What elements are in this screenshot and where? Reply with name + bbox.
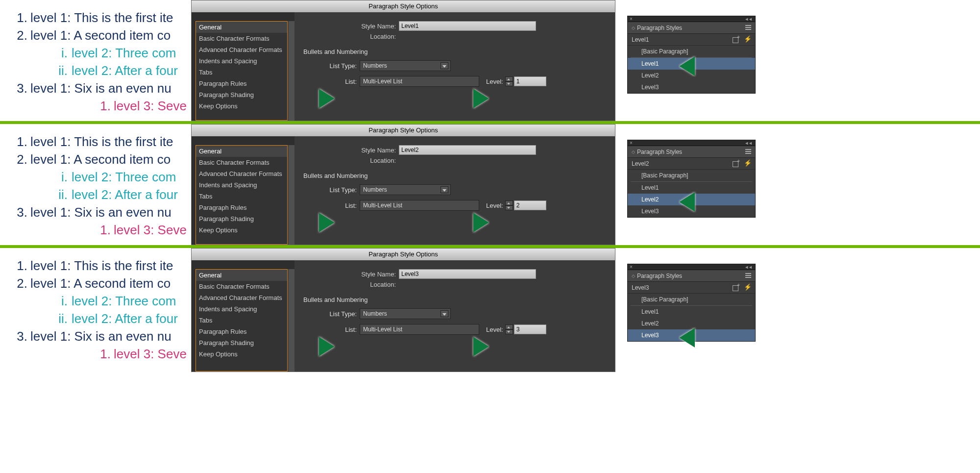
list-number: 1. bbox=[93, 345, 111, 363]
paragraph-style-options-dialog: Paragraph Style OptionsGeneralBasic Char… bbox=[191, 124, 615, 245]
new-style-icon[interactable] bbox=[732, 160, 739, 168]
close-icon[interactable]: × bbox=[630, 140, 633, 146]
category-item[interactable]: Advanced Character Formats bbox=[196, 44, 287, 55]
list-number: 3. bbox=[10, 327, 27, 345]
list-type-dropdown[interactable]: Numbers bbox=[360, 308, 451, 319]
list-type-label: List Type: bbox=[303, 62, 360, 70]
list-number: 3. bbox=[10, 203, 27, 221]
style-name-field[interactable]: Level3 bbox=[399, 269, 536, 279]
style-name-field[interactable]: Level2 bbox=[399, 145, 536, 155]
style-row[interactable]: Level2 bbox=[628, 70, 755, 81]
quick-apply-icon[interactable] bbox=[743, 36, 751, 44]
category-list[interactable]: GeneralBasic Character FormatsAdvanced C… bbox=[196, 269, 288, 372]
close-icon[interactable]: × bbox=[630, 16, 633, 22]
list-text: level 2: After a four bbox=[72, 63, 178, 78]
category-item[interactable]: Tabs bbox=[196, 191, 287, 202]
category-item[interactable]: Basic Character Formats bbox=[196, 157, 287, 168]
category-item[interactable]: General bbox=[196, 146, 287, 157]
list-text: level 3: Seve bbox=[114, 223, 187, 237]
list-type-dropdown[interactable]: Numbers bbox=[360, 60, 451, 71]
list-text: level 2: Three com bbox=[72, 170, 176, 184]
category-item[interactable]: Keep Options bbox=[196, 100, 287, 112]
category-item[interactable]: Paragraph Rules bbox=[196, 78, 287, 89]
dialog-title: Paragraph Style Options bbox=[192, 0, 615, 12]
category-item[interactable]: Indents and Spacing bbox=[196, 55, 287, 67]
chevron-down-icon[interactable] bbox=[441, 310, 448, 317]
style-name-field[interactable]: Level1 bbox=[399, 21, 536, 31]
chevron-icon[interactable]: ◇ bbox=[632, 25, 635, 30]
category-item[interactable]: Advanced Character Formats bbox=[196, 292, 287, 303]
panel-title: Paragraph Styles bbox=[637, 149, 682, 155]
list-number: 1. bbox=[10, 257, 27, 274]
level-field[interactable]: 1 bbox=[514, 76, 546, 86]
style-row[interactable]: Level1 bbox=[628, 306, 755, 318]
category-item[interactable]: Tabs bbox=[196, 315, 287, 326]
chevron-down-icon[interactable] bbox=[441, 62, 448, 69]
category-list[interactable]: GeneralBasic Character FormatsAdvanced C… bbox=[196, 21, 288, 121]
category-item[interactable]: Keep Options bbox=[196, 224, 287, 236]
category-item[interactable]: Paragraph Rules bbox=[196, 326, 287, 337]
panel-title: Paragraph Styles bbox=[637, 25, 682, 31]
category-item[interactable]: Paragraph Shading bbox=[196, 89, 287, 100]
list-dropdown[interactable]: Multi-Level List bbox=[360, 76, 479, 87]
level-stepper[interactable] bbox=[505, 200, 513, 210]
category-item[interactable]: Keep Options bbox=[196, 349, 287, 360]
chevron-down-icon[interactable] bbox=[441, 186, 448, 193]
section-title: Bullets and Numbering bbox=[303, 172, 606, 179]
style-row[interactable]: Level3 bbox=[628, 81, 755, 93]
category-item[interactable]: Tabs bbox=[196, 67, 287, 78]
category-item[interactable]: Basic Character Formats bbox=[196, 33, 287, 44]
style-row[interactable]: Level3 bbox=[628, 329, 755, 341]
list-type-label: List Type: bbox=[303, 186, 360, 194]
panel-menu-icon[interactable] bbox=[744, 148, 753, 155]
new-style-icon[interactable] bbox=[732, 284, 739, 292]
category-item[interactable]: Indents and Spacing bbox=[196, 303, 287, 315]
level-field[interactable]: 2 bbox=[514, 200, 546, 210]
paragraph-styles-panel: ×◄◄◇Paragraph StylesLevel3[Basic Paragra… bbox=[627, 264, 756, 342]
category-item[interactable]: Advanced Character Formats bbox=[196, 168, 287, 179]
scrollbar[interactable] bbox=[288, 21, 294, 121]
category-item[interactable]: General bbox=[196, 22, 287, 33]
style-row[interactable]: [Basic Paragraph] bbox=[628, 170, 755, 181]
style-row[interactable]: Level1 bbox=[628, 182, 755, 194]
scrollbar[interactable] bbox=[288, 269, 294, 372]
quick-apply-icon[interactable] bbox=[743, 160, 751, 168]
category-item[interactable]: Basic Character Formats bbox=[196, 281, 287, 292]
new-style-icon[interactable] bbox=[732, 36, 739, 44]
list-dropdown[interactable]: Multi-Level List bbox=[360, 200, 479, 211]
collapse-icon[interactable]: ◄◄ bbox=[744, 265, 752, 270]
list-type-dropdown[interactable]: Numbers bbox=[360, 184, 451, 195]
category-item[interactable]: Paragraph Shading bbox=[196, 213, 287, 224]
collapse-icon[interactable]: ◄◄ bbox=[744, 17, 752, 22]
category-item[interactable]: Indents and Spacing bbox=[196, 179, 287, 191]
level-label: Level: bbox=[486, 326, 503, 333]
category-item[interactable]: Paragraph Shading bbox=[196, 337, 287, 349]
style-row[interactable]: [Basic Paragraph] bbox=[628, 46, 755, 57]
chevron-icon[interactable]: ◇ bbox=[632, 149, 635, 154]
chevron-icon[interactable]: ◇ bbox=[632, 274, 635, 278]
style-row[interactable]: Level3 bbox=[628, 205, 755, 217]
list-number: 2. bbox=[10, 274, 27, 292]
scrollbar[interactable] bbox=[288, 145, 294, 245]
close-icon[interactable]: × bbox=[630, 264, 633, 270]
style-row[interactable]: [Basic Paragraph] bbox=[628, 294, 755, 305]
level-field[interactable]: 3 bbox=[514, 324, 546, 334]
style-row[interactable]: Level2 bbox=[628, 318, 755, 329]
category-item[interactable]: Paragraph Rules bbox=[196, 202, 287, 213]
style-row[interactable]: Level1 bbox=[628, 58, 755, 70]
level-stepper[interactable] bbox=[505, 324, 513, 334]
list-number: i. bbox=[54, 44, 68, 62]
category-list[interactable]: GeneralBasic Character FormatsAdvanced C… bbox=[196, 145, 288, 245]
quick-apply-icon[interactable] bbox=[743, 284, 751, 292]
list-dropdown[interactable]: Multi-Level List bbox=[360, 324, 479, 335]
panel-menu-icon[interactable] bbox=[744, 272, 753, 279]
collapse-icon[interactable]: ◄◄ bbox=[744, 141, 752, 146]
list-text: level 2: Three com bbox=[72, 294, 176, 308]
category-item[interactable]: General bbox=[196, 270, 287, 281]
style-row[interactable]: Level2 bbox=[628, 194, 755, 205]
current-style-name: Level2 bbox=[632, 160, 649, 167]
level-stepper[interactable] bbox=[505, 76, 513, 86]
panel-menu-icon[interactable] bbox=[744, 24, 753, 31]
list-number: i. bbox=[54, 168, 68, 186]
paragraph-styles-panel: ×◄◄◇Paragraph StylesLevel1[Basic Paragra… bbox=[627, 16, 756, 94]
